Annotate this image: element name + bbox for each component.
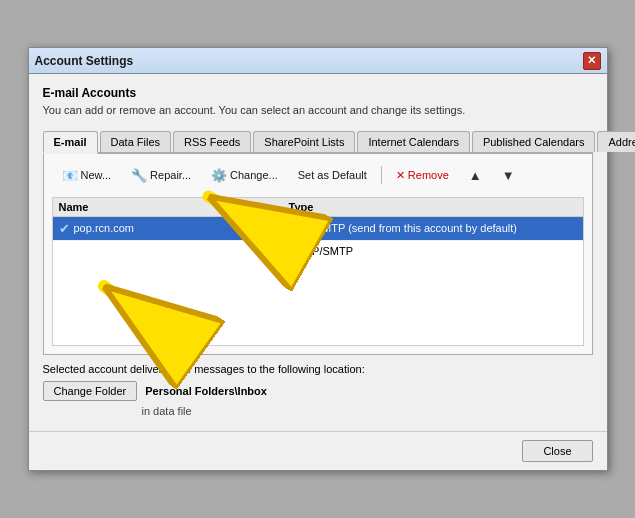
window-close-button[interactable]: ✕ [583, 52, 601, 70]
list-header: Name Type [52, 197, 584, 216]
account-type-cell: IMAP/SMTP [293, 245, 354, 257]
close-button[interactable]: Close [522, 440, 592, 462]
table-row[interactable]: IMAP/SMTP [53, 241, 583, 261]
email-toolbar: 📧 New... 🔧 Repair... ⚙️ Change... Set as… [52, 162, 584, 189]
remove-icon: ✕ [396, 169, 405, 182]
col-header-name: Name [59, 201, 289, 213]
tab-email[interactable]: E-mail [43, 131, 98, 154]
change-button[interactable]: ⚙️ Change... [203, 166, 286, 185]
account-name-cell: ✔ pop.rcn.com [59, 221, 289, 236]
repair-icon: 🔧 [131, 168, 147, 183]
tab-sharepoint[interactable]: SharePoint Lists [253, 131, 355, 152]
move-down-button[interactable]: ▼ [494, 166, 523, 185]
change-folder-button[interactable]: Change Folder [43, 381, 138, 401]
account-settings-window: Account Settings ✕ E-mail Accounts You c… [28, 47, 608, 470]
tab-rss-feeds[interactable]: RSS Feeds [173, 131, 251, 152]
tab-address-books[interactable]: Address Books [597, 131, 635, 152]
tab-published-calendars[interactable]: Published Calendars [472, 131, 596, 152]
title-bar: Account Settings ✕ [29, 48, 607, 74]
accounts-list[interactable]: ✔ pop.rcn.com POP/SMTP (send from this a… [52, 216, 584, 346]
new-icon: 📧 [62, 168, 78, 183]
table-row[interactable]: ✔ pop.rcn.com POP/SMTP (send from this a… [53, 217, 583, 241]
set-default-button[interactable]: Set as Default [290, 167, 375, 183]
tab-content-email: 📧 New... 🔧 Repair... ⚙️ Change... Set as… [43, 154, 593, 355]
window-title: Account Settings [35, 54, 134, 68]
check-icon: ✔ [59, 221, 70, 236]
footer-description: Selected account delivers new messages t… [43, 363, 593, 375]
move-up-button[interactable]: ▲ [461, 166, 490, 185]
content-area: E-mail Accounts You can add or remove an… [29, 74, 607, 430]
account-type-cell: POP/SMTP (send from this account by defa… [289, 222, 577, 234]
col-header-type: Type [289, 201, 577, 213]
section-description: You can add or remove an account. You ca… [43, 103, 593, 118]
change-icon: ⚙️ [211, 168, 227, 183]
tab-data-files[interactable]: Data Files [100, 131, 172, 152]
repair-button[interactable]: 🔧 Repair... [123, 166, 199, 185]
bottom-bar: Close [29, 431, 607, 470]
delivery-sub: in data file [47, 405, 593, 417]
delivery-location: Personal Folders\Inbox [145, 385, 267, 397]
toolbar-separator [381, 166, 382, 184]
tab-internet-calendars[interactable]: Internet Calendars [357, 131, 470, 152]
section-title: E-mail Accounts [43, 86, 593, 100]
remove-button[interactable]: ✕ Remove [388, 167, 457, 184]
footer-delivery-row: Change Folder Personal Folders\Inbox [43, 381, 593, 401]
tab-bar: E-mail Data Files RSS Feeds SharePoint L… [43, 131, 593, 154]
footer-section: Selected account delivers new messages t… [43, 355, 593, 421]
new-button[interactable]: 📧 New... [54, 166, 120, 185]
